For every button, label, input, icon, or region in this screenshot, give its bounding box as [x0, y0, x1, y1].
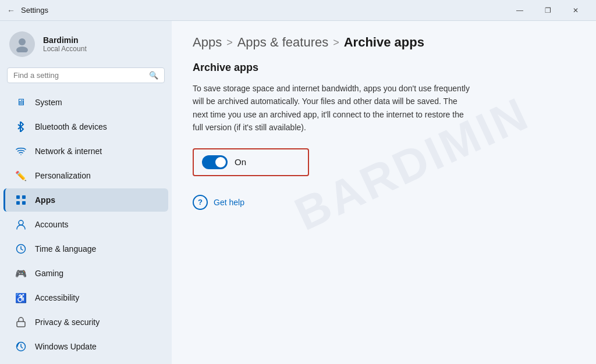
user-name: Bardimin: [43, 35, 87, 45]
user-info: Bardimin Local Account: [43, 35, 87, 53]
sidebar-item-network[interactable]: Network & internet: [3, 140, 168, 163]
avatar: [9, 31, 35, 57]
sidebar-item-windows[interactable]: Windows Update: [3, 335, 168, 358]
breadcrumb-sep-2: >: [333, 37, 339, 49]
breadcrumb-apps-features[interactable]: Apps & features: [237, 35, 329, 50]
window-controls: — ❐ ✕: [506, 0, 589, 21]
sidebar-item-label: Privacy & security: [35, 317, 100, 327]
sidebar-item-label: Gaming: [35, 269, 63, 278]
sidebar-item-personalization[interactable]: ✏️ Personalization: [3, 164, 168, 187]
system-icon: 🖥: [15, 97, 27, 108]
sidebar-item-gaming[interactable]: 🎮 Gaming: [3, 262, 168, 285]
svg-rect-2: [16, 195, 20, 199]
back-button[interactable]: ←: [7, 6, 15, 15]
restore-button[interactable]: ❐: [534, 0, 561, 21]
toggle-label: On: [235, 157, 246, 167]
search-input[interactable]: [13, 71, 144, 80]
bluetooth-icon: [15, 121, 27, 133]
sidebar-item-label: Network & internet: [35, 147, 102, 156]
sidebar-item-label: Time & language: [35, 244, 96, 254]
help-icon: ?: [193, 195, 208, 210]
app-body: Bardimin Local Account 🔍 🖥 System Blueto…: [0, 21, 596, 364]
description-text: To save storage space and internet bandw…: [193, 82, 472, 134]
sidebar-item-label: Accessibility: [35, 293, 79, 302]
close-button[interactable]: ✕: [562, 0, 589, 21]
svg-rect-4: [16, 201, 20, 205]
sidebar-item-label: Personalization: [35, 171, 91, 180]
sidebar-item-apps[interactable]: Apps: [3, 188, 168, 212]
accounts-icon: [15, 219, 27, 230]
sidebar-item-label: Accounts: [35, 220, 69, 229]
sidebar-item-bluetooth[interactable]: Bluetooth & devices: [3, 115, 168, 138]
apps-icon: [15, 194, 27, 206]
section-title: Archive apps: [193, 62, 575, 74]
svg-point-0: [19, 38, 26, 45]
archive-toggle-row[interactable]: On: [193, 148, 309, 176]
sidebar-item-accounts[interactable]: Accounts: [3, 213, 168, 236]
privacy-icon: [15, 316, 27, 328]
sidebar-item-label: Bluetooth & devices: [35, 122, 107, 131]
breadcrumb-sep-1: >: [226, 37, 233, 49]
time-icon: [15, 243, 27, 255]
svg-rect-8: [17, 322, 25, 327]
gaming-icon: 🎮: [15, 267, 27, 279]
user-role: Local Account: [43, 45, 87, 53]
title-bar-left: ← Settings: [7, 6, 48, 15]
user-profile: Bardimin Local Account: [0, 21, 172, 65]
svg-rect-5: [22, 201, 26, 205]
breadcrumb-current: Archive apps: [344, 35, 424, 50]
get-help-link[interactable]: ? Get help: [193, 195, 575, 210]
get-help-label: Get help: [214, 198, 244, 207]
title-bar: ← Settings — ❐ ✕: [0, 0, 596, 21]
sidebar-item-privacy[interactable]: Privacy & security: [3, 311, 168, 334]
svg-point-1: [16, 47, 28, 52]
svg-rect-3: [22, 195, 26, 199]
sidebar: Bardimin Local Account 🔍 🖥 System Blueto…: [0, 21, 172, 364]
sidebar-item-accessibility[interactable]: ♿ Accessibility: [3, 286, 168, 309]
search-box[interactable]: 🔍: [7, 67, 165, 83]
personalization-icon: ✏️: [15, 170, 27, 181]
sidebar-item-time[interactable]: Time & language: [3, 237, 168, 260]
sidebar-item-label: Apps: [35, 195, 55, 205]
breadcrumb: Apps > Apps & features > Archive apps: [193, 35, 575, 50]
archive-toggle[interactable]: [202, 155, 228, 169]
minimize-button[interactable]: —: [506, 0, 533, 21]
main-content: BARDIMIN Apps > Apps & features > Archiv…: [172, 21, 596, 364]
breadcrumb-apps[interactable]: Apps: [193, 35, 222, 50]
windows-update-icon: [15, 341, 27, 352]
sidebar-item-label: Windows Update: [35, 342, 97, 351]
accessibility-icon: ♿: [15, 292, 27, 304]
svg-point-6: [19, 220, 23, 225]
network-icon: [15, 145, 27, 157]
app-title: Settings: [21, 6, 48, 15]
sidebar-item-system[interactable]: 🖥 System: [3, 91, 168, 114]
search-icon: 🔍: [149, 71, 158, 80]
sidebar-item-label: System: [35, 98, 62, 107]
